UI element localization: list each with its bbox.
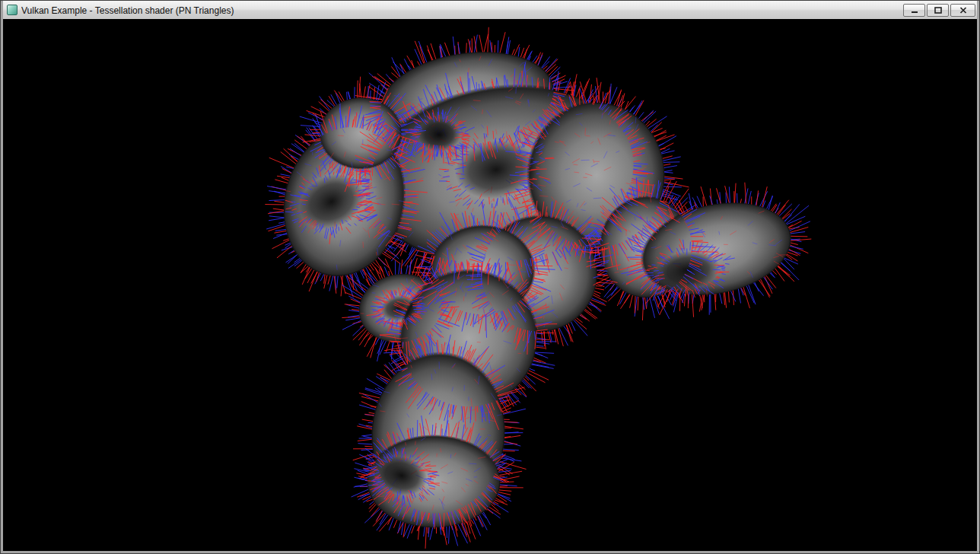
maximize-button[interactable] <box>927 4 949 17</box>
viewport <box>3 19 977 551</box>
close-icon <box>959 7 967 14</box>
close-button[interactable] <box>950 4 975 17</box>
minimize-icon <box>911 7 918 14</box>
app-window: Vulkan Example - Tessellation shader (PN… <box>0 0 980 554</box>
app-icon[interactable] <box>7 5 18 15</box>
titlebar[interactable]: Vulkan Example - Tessellation shader (PN… <box>3 1 977 19</box>
minimize-button[interactable] <box>903 4 925 17</box>
window-controls <box>903 4 975 17</box>
window-title: Vulkan Example - Tessellation shader (PN… <box>21 5 899 16</box>
render-canvas[interactable] <box>3 19 977 551</box>
maximize-icon <box>934 7 942 14</box>
